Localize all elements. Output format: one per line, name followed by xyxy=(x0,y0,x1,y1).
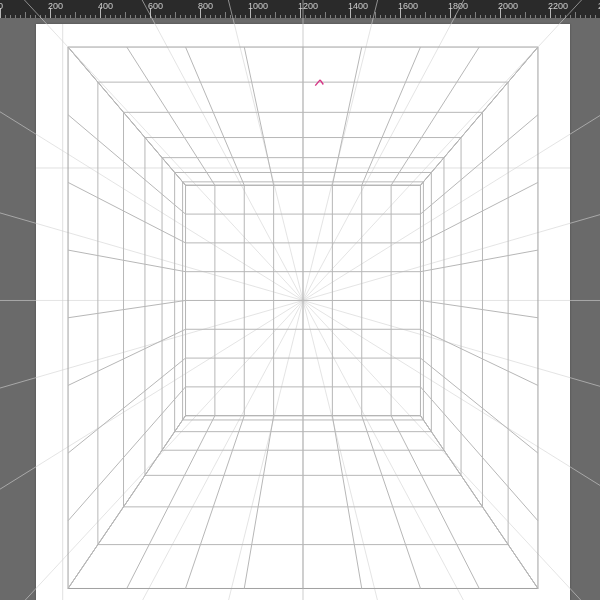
ruler-label: 1000 xyxy=(248,1,268,11)
svg-line-19 xyxy=(0,0,303,300)
svg-line-17 xyxy=(0,0,303,300)
ruler-label: 200 xyxy=(48,1,63,11)
canvas-page[interactable] xyxy=(36,24,570,600)
svg-line-58 xyxy=(244,47,273,185)
svg-line-22 xyxy=(303,0,510,300)
svg-line-53 xyxy=(127,416,215,589)
svg-line-18 xyxy=(0,0,303,300)
svg-line-26 xyxy=(303,77,600,301)
ruler-label: 2000 xyxy=(498,1,518,11)
svg-line-111 xyxy=(315,80,320,86)
svg-line-54 xyxy=(127,47,215,185)
svg-line-80 xyxy=(420,329,537,385)
svg-line-14 xyxy=(0,300,303,524)
svg-line-24 xyxy=(303,0,600,300)
anchor-marker-icon xyxy=(315,80,323,86)
ruler-label: 600 xyxy=(148,1,163,11)
svg-line-23 xyxy=(303,0,600,300)
svg-line-4 xyxy=(303,300,600,524)
svg-line-73 xyxy=(68,182,185,242)
ruler-label: 0 xyxy=(0,1,3,11)
svg-line-57 xyxy=(244,416,273,589)
ruler-label: 1800 xyxy=(448,1,468,11)
svg-line-64 xyxy=(362,47,421,185)
svg-line-83 xyxy=(68,387,185,521)
svg-line-56 xyxy=(186,47,245,185)
svg-line-78 xyxy=(420,300,537,317)
workspace xyxy=(0,18,600,600)
svg-line-74 xyxy=(420,182,537,242)
svg-line-20 xyxy=(96,0,303,300)
svg-line-75 xyxy=(68,250,185,272)
svg-line-63 xyxy=(362,416,421,589)
svg-line-85 xyxy=(68,416,185,589)
ruler-label: 400 xyxy=(98,1,113,11)
svg-line-77 xyxy=(68,300,185,317)
svg-line-82 xyxy=(420,358,537,453)
ruler-label: 800 xyxy=(198,1,213,11)
svg-line-84 xyxy=(420,387,537,521)
horizontal-ruler[interactable]: 0200400600800100012001400160018002000220… xyxy=(0,0,600,18)
svg-line-61 xyxy=(332,416,361,589)
svg-line-76 xyxy=(420,250,537,272)
svg-line-86 xyxy=(420,416,537,589)
ruler-label: 1200 xyxy=(298,1,318,11)
svg-line-65 xyxy=(391,416,479,589)
svg-line-66 xyxy=(391,47,479,185)
svg-line-79 xyxy=(68,329,185,385)
ruler-label: 1600 xyxy=(398,1,418,11)
ruler-label: 1400 xyxy=(348,1,368,11)
ruler-label: 2200 xyxy=(548,1,568,11)
svg-line-55 xyxy=(186,416,245,589)
svg-line-62 xyxy=(332,47,361,185)
perspective-grid-drawing xyxy=(36,24,570,600)
svg-line-25 xyxy=(303,0,600,300)
svg-line-81 xyxy=(68,358,185,453)
